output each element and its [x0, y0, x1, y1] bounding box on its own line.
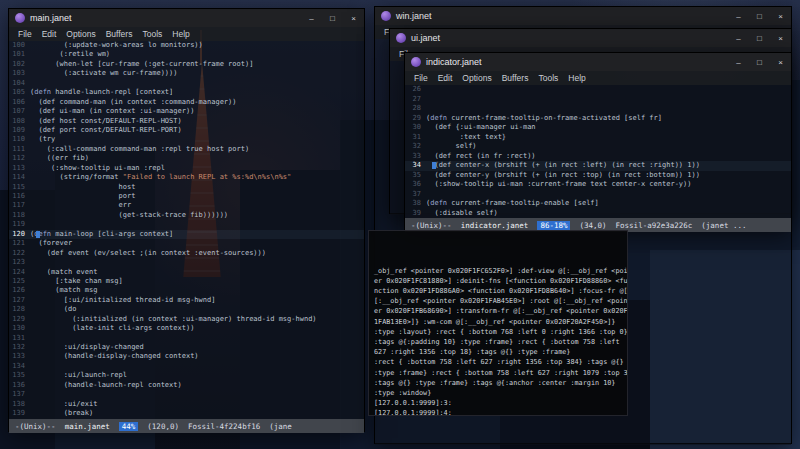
repl-output-panel[interactable]: _obj_ref <pointer 0x020F1FC652F0>] :def-… [368, 230, 628, 416]
code-text: (late-init cli-args context)) [30, 324, 194, 333]
menu-item[interactable]: Edit [37, 29, 62, 39]
menu-item[interactable]: File [13, 29, 37, 39]
code-line[interactable]: 104 [9, 79, 364, 88]
close-button[interactable]: × [343, 9, 364, 27]
code-line[interactable]: 107 (def ui-man (in context :ui-manager)… [9, 107, 364, 116]
code-line[interactable]: 28 [405, 104, 791, 114]
code-line[interactable]: 35 (def center-y (brshift (+ (in rect :t… [405, 171, 791, 181]
code-line[interactable]: 131 [9, 334, 364, 343]
menu-item[interactable]: Help [563, 73, 590, 83]
minimize-button[interactable]: – [301, 9, 322, 27]
titlebar[interactable]: win.janet – □ × [375, 7, 791, 25]
code-line[interactable]: 123 [9, 258, 364, 267]
code-text: (:call-command command-man :repl true ho… [30, 145, 249, 154]
maximize-button[interactable]: □ [749, 53, 770, 71]
code-line[interactable]: 124 (match event [9, 268, 364, 277]
code-line[interactable]: 117 err [9, 201, 364, 210]
maximize-button[interactable]: □ [322, 9, 343, 27]
menu-item[interactable]: Help [167, 29, 194, 39]
line-number: 116 [9, 192, 30, 201]
code-line[interactable]: 108 (def host const/DEFAULT-REPL-HOST) [9, 117, 364, 126]
code-line[interactable]: 134 [9, 362, 364, 371]
minimize-button[interactable]: – [728, 7, 749, 25]
code-editor[interactable]: 26272829(defn current-frame-tooltip-on-f… [405, 85, 791, 218]
maximize-button[interactable]: □ [749, 29, 770, 47]
code-line[interactable]: 38(defn current-frame-tooltip-enable [se… [405, 199, 791, 209]
line-number: 38 [405, 199, 426, 209]
code-line[interactable]: 32 self) [405, 142, 791, 152]
code-line[interactable]: 39 (:disable self) [405, 209, 791, 219]
code-text: (def event (ev/select ;(in context :even… [30, 249, 266, 258]
code-line[interactable]: 103 (:activate wm cur-frame)))) [9, 69, 364, 78]
window-controls: – □ × [301, 9, 364, 27]
line-number: 133 [9, 352, 30, 361]
minimize-button[interactable]: – [728, 53, 749, 71]
menu-item[interactable]: Buffers [497, 73, 534, 83]
code-line[interactable]: 101 (:retile wm) [9, 50, 364, 59]
code-line[interactable]: 118 (get-stack-trace fib)))))) [9, 211, 364, 220]
menu-item[interactable]: Tools [533, 73, 563, 83]
line-number: 119 [9, 220, 30, 229]
menu-item[interactable]: Buffers [101, 29, 138, 39]
minimize-button[interactable]: – [728, 29, 749, 47]
menu-item[interactable]: Options [457, 73, 496, 83]
code-line[interactable]: 113 (:show-tooltip ui-man :repl [9, 164, 364, 173]
code-line[interactable]: 37 [405, 190, 791, 200]
modeline-cursor-position: (120,0) [147, 422, 179, 431]
code-line[interactable]: 36 (:show-tooltip ui-man :current-frame … [405, 180, 791, 190]
close-button[interactable]: × [770, 7, 791, 25]
code-line[interactable]: 121 (forever [9, 239, 364, 248]
code-line[interactable]: 31 :text text} [405, 133, 791, 143]
code-line[interactable]: 126 (match msg [9, 286, 364, 295]
modeline-position-badge: 86-18% [537, 221, 570, 230]
code-text: [:take chan msg] [30, 277, 123, 286]
code-line[interactable]: 114 (string/format "Failed to launch REP… [9, 173, 364, 182]
code-line[interactable]: 116 port [9, 192, 364, 201]
code-line[interactable]: 33 (def rect (in fr :rect)) [405, 152, 791, 162]
code-line[interactable]: 30 (def {:ui-manager ui-man [405, 123, 791, 133]
code-line[interactable]: 128 (do [9, 305, 364, 314]
code-line[interactable]: 137 [9, 390, 364, 399]
code-line[interactable]: 27 [405, 95, 791, 105]
menu-item[interactable]: File [409, 73, 433, 83]
code-line[interactable]: 138 :ui/exit [9, 400, 364, 409]
code-line[interactable]: 129 (:initialized (in context :ui-manage… [9, 315, 364, 324]
code-editor[interactable]: 100 (:update-work-areas lo monitors))101… [9, 41, 364, 419]
code-line[interactable]: 119 [9, 220, 364, 229]
code-line[interactable]: 133 (handle-display-changed context) [9, 352, 364, 361]
titlebar[interactable]: main.janet – □ × [9, 9, 364, 27]
code-line[interactable]: 122 (def event (ev/select ;(in context :… [9, 249, 364, 258]
titlebar[interactable]: ui.janet – □ × [390, 29, 791, 47]
code-line[interactable]: 100 (:update-work-areas lo monitors)) [9, 41, 364, 50]
line-number: 39 [405, 209, 426, 219]
code-line[interactable]: 130 (late-init cli-args context)) [9, 324, 364, 333]
code-line[interactable]: 112 ((err fib) [9, 154, 364, 163]
code-line[interactable]: 115 host [9, 183, 364, 192]
code-line[interactable]: 136 (handle-launch-repl context) [9, 381, 364, 390]
titlebar[interactable]: indicator.janet – □ × [405, 53, 791, 71]
code-line[interactable]: 135 :ui/launch-repl [9, 371, 364, 380]
code-line[interactable]: 109 (def port const/DEFAULT-REPL-PORT) [9, 126, 364, 135]
close-button[interactable]: × [770, 29, 791, 47]
code-line[interactable]: 105(defn handle-launch-repl [context] [9, 88, 364, 97]
code-line[interactable]: 29(defn current-frame-tooltip-on-frame-a… [405, 114, 791, 124]
code-line[interactable]: 110 (try [9, 135, 364, 144]
modeline-vcs-revision: Fossil-4f224bf16 [188, 422, 260, 431]
code-line[interactable]: 111 (:call-command command-man :repl tru… [9, 145, 364, 154]
maximize-button[interactable]: □ [749, 7, 770, 25]
code-line[interactable]: 127 [:ui/initialized thread-id msg-hwnd] [9, 296, 364, 305]
code-line[interactable]: 106 (def command-man (in context :comman… [9, 98, 364, 107]
line-number: 102 [9, 60, 30, 69]
close-button[interactable]: × [770, 53, 791, 71]
code-line[interactable]: 139 (break) [9, 409, 364, 418]
code-line[interactable]: 120(defn main-loop [cli-args context] [9, 230, 364, 239]
menu-item[interactable]: Tools [137, 29, 167, 39]
code-line[interactable]: 34 (def center-x (brshift (+ (in rect :l… [405, 161, 791, 171]
code-text: (defn main-loop [cli-args context] [30, 230, 173, 239]
code-line[interactable]: 125 [:take chan msg] [9, 277, 364, 286]
code-line[interactable]: 102 (when-let [cur-frame (:get-current-f… [9, 60, 364, 69]
code-line[interactable]: 26 [405, 85, 791, 95]
menu-item[interactable]: Edit [433, 73, 458, 83]
code-line[interactable]: 132 :ui/display-changed [9, 343, 364, 352]
menu-item[interactable]: Options [61, 29, 100, 39]
